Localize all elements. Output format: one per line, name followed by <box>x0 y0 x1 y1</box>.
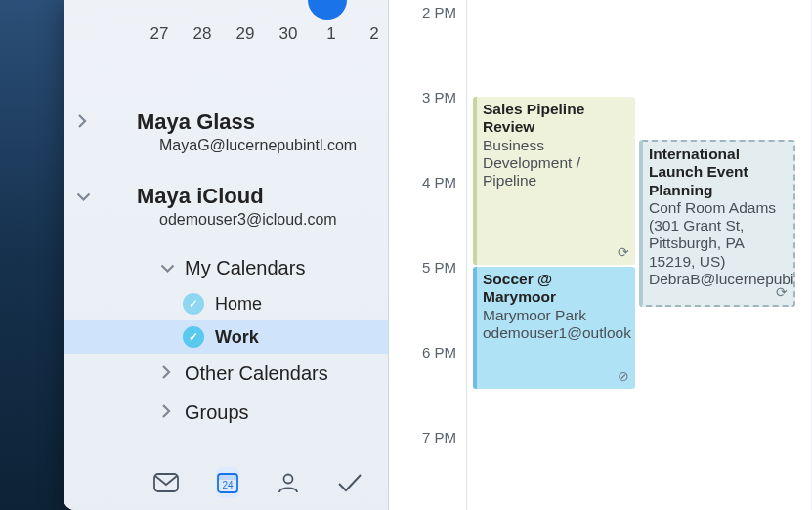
chevron-right-icon <box>77 114 87 131</box>
sync-icon: ⟳ <box>618 244 629 261</box>
mail-icon[interactable] <box>153 467 179 498</box>
hour-label: 2 PM <box>422 4 456 21</box>
mini-cal-day[interactable]: 28 <box>181 20 224 49</box>
event-location: Conf Room Adams (301 Grant St, Pittsburg… <box>649 199 788 271</box>
section-my-calendars[interactable]: My Calendars <box>64 248 388 287</box>
event-organizer: odemouser1@outlook <box>483 324 629 342</box>
calendar-day-view: 2 PM 3 PM 4 PM 5 PM 6 PM 7 PM Sales Pipe… <box>389 0 812 510</box>
bottom-nav: 24 <box>64 455 388 510</box>
calendar-icon[interactable]: 24 <box>216 467 239 498</box>
checkbox-checked-icon[interactable]: ✓ <box>183 293 204 315</box>
event-location: Marymoor Park <box>483 307 629 324</box>
section-label: My Calendars <box>185 257 305 279</box>
time-gutter: 2 PM 3 PM 4 PM 5 PM 6 PM 7 PM <box>389 0 467 510</box>
hour-label: 4 PM <box>422 174 456 191</box>
account-name: Maya iCloud <box>137 184 264 209</box>
sidebar: 27 28 29 30 1 2 3 Maya Glass MayaG@lucer… <box>64 0 389 510</box>
account-block: Maya Glass MayaG@lucernepubintl.com <box>64 106 388 164</box>
section-label: Other Calendars <box>185 362 328 385</box>
event-subtitle: Business Development / Pipeline <box>483 137 629 191</box>
mini-cal-day[interactable]: 30 <box>267 20 310 49</box>
event-soccer[interactable]: Soccer @ Marymoor Marymoor Park odemouse… <box>473 267 635 389</box>
chevron-right-icon <box>161 365 171 382</box>
todo-icon[interactable] <box>337 467 363 498</box>
section-groups[interactable]: Groups <box>64 393 388 432</box>
today-indicator-icon <box>308 0 347 20</box>
event-international-launch[interactable]: International Launch Event Planning Conf… <box>639 140 795 307</box>
account-name: Maya Glass <box>137 109 255 135</box>
event-title: Sales Pipeline Review <box>483 101 629 137</box>
chevron-down-icon <box>74 191 91 201</box>
chevron-right-icon <box>161 404 171 421</box>
calendar-item-label: Work <box>215 327 259 348</box>
app-window: 27 28 29 30 1 2 3 Maya Glass MayaG@lucer… <box>64 0 812 510</box>
svg-text:24: 24 <box>222 480 234 490</box>
mini-cal-day[interactable]: 29 <box>224 20 267 49</box>
account-toggle[interactable]: Maya iCloud <box>64 184 388 209</box>
svg-rect-0 <box>154 474 178 491</box>
calendar-item-label: Home <box>215 294 262 315</box>
hour-label: 3 PM <box>422 89 456 106</box>
event-organizer: DebraB@lucernepubi <box>649 271 788 288</box>
account-block: Maya iCloud odemouser3@icloud.com My Cal… <box>64 180 388 442</box>
account-toggle[interactable]: Maya Glass <box>64 109 388 135</box>
blocked-icon: ⊘ <box>618 368 629 385</box>
event-title: International Launch Event Planning <box>649 146 788 199</box>
calendar-item-work[interactable]: ✓ Work <box>64 320 388 354</box>
hour-label: 7 PM <box>422 429 456 446</box>
event-sales-pipeline[interactable]: Sales Pipeline Review Business Developme… <box>473 97 635 265</box>
mini-cal-day[interactable]: 1 <box>310 20 353 49</box>
section-label: Groups <box>185 402 249 424</box>
calendar-groups: My Calendars ✓ Home ✓ Work Othe <box>64 248 388 432</box>
mini-cal-day[interactable]: 27 <box>138 20 181 49</box>
svg-point-4 <box>284 475 293 484</box>
event-title: Soccer @ Marymoor <box>483 271 629 307</box>
day-column[interactable]: Sales Pipeline Review Business Developme… <box>473 0 812 510</box>
hour-label: 5 PM <box>422 259 456 276</box>
hour-label: 6 PM <box>422 344 456 361</box>
account-list: Maya Glass MayaG@lucernepubintl.com Maya… <box>64 106 388 459</box>
people-icon[interactable] <box>277 467 300 498</box>
chevron-down-icon <box>158 263 175 273</box>
account-email: odemouser3@icloud.com <box>64 211 388 229</box>
sync-icon: ⟳ <box>776 284 788 301</box>
calendar-item-home[interactable]: ✓ Home <box>64 287 388 320</box>
section-other-calendars[interactable]: Other Calendars <box>64 354 388 393</box>
checkbox-checked-icon[interactable]: ✓ <box>183 326 204 348</box>
account-email: MayaG@lucernepubintl.com <box>64 137 388 154</box>
